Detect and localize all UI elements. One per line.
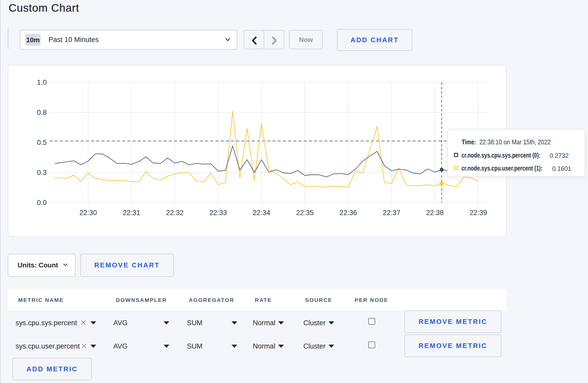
svg-text:22:34: 22:34 [253,209,270,217]
svg-text:0.5: 0.5 [37,139,47,146]
svg-text:22:35: 22:35 [296,209,314,217]
svg-text:22:36: 22:36 [339,209,357,217]
svg-text:22:33: 22:33 [209,209,227,217]
svg-text:22:38: 22:38 [426,209,444,217]
svg-text:22:31: 22:31 [123,209,140,217]
svg-text:22:32: 22:32 [166,209,184,217]
svg-text:0.0: 0.0 [37,199,47,207]
svg-text:1.0: 1.0 [37,79,47,86]
svg-text:22:37: 22:37 [383,209,401,217]
svg-text:0.8: 0.8 [37,109,47,116]
svg-text:22:30: 22:30 [79,209,97,217]
svg-text:22:39: 22:39 [470,209,487,217]
svg-text:0.3: 0.3 [37,169,47,176]
